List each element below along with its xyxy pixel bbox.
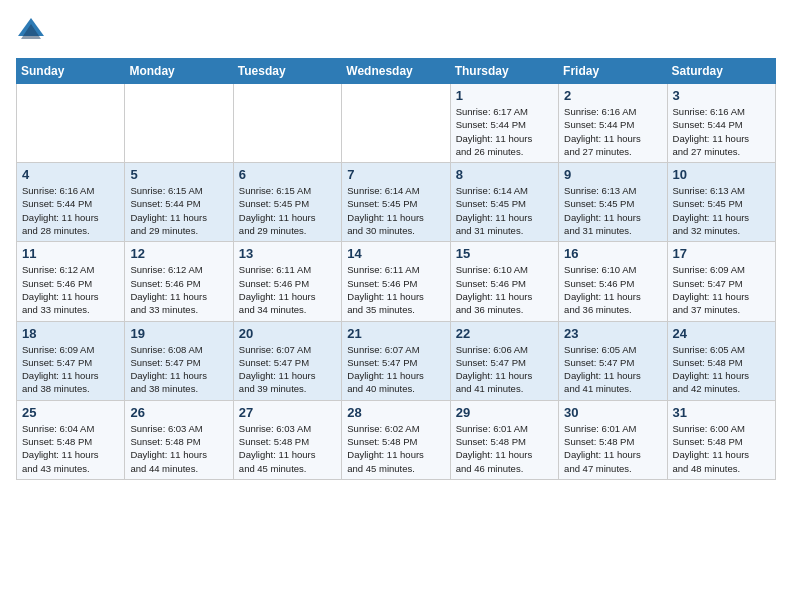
day-info: Sunrise: 6:01 AM Sunset: 5:48 PM Dayligh… xyxy=(456,422,553,475)
day-number: 8 xyxy=(456,167,553,182)
calendar-cell: 8Sunrise: 6:14 AM Sunset: 5:45 PM Daylig… xyxy=(450,163,558,242)
calendar-cell: 16Sunrise: 6:10 AM Sunset: 5:46 PM Dayli… xyxy=(559,242,667,321)
day-info: Sunrise: 6:10 AM Sunset: 5:46 PM Dayligh… xyxy=(456,263,553,316)
calendar-cell xyxy=(342,84,450,163)
calendar-cell: 2Sunrise: 6:16 AM Sunset: 5:44 PM Daylig… xyxy=(559,84,667,163)
day-number: 1 xyxy=(456,88,553,103)
calendar-cell: 4Sunrise: 6:16 AM Sunset: 5:44 PM Daylig… xyxy=(17,163,125,242)
day-info: Sunrise: 6:07 AM Sunset: 5:47 PM Dayligh… xyxy=(239,343,336,396)
day-info: Sunrise: 6:16 AM Sunset: 5:44 PM Dayligh… xyxy=(22,184,119,237)
calendar-cell: 18Sunrise: 6:09 AM Sunset: 5:47 PM Dayli… xyxy=(17,321,125,400)
day-number: 31 xyxy=(673,405,770,420)
day-info: Sunrise: 6:10 AM Sunset: 5:46 PM Dayligh… xyxy=(564,263,661,316)
day-info: Sunrise: 6:08 AM Sunset: 5:47 PM Dayligh… xyxy=(130,343,227,396)
calendar-cell: 7Sunrise: 6:14 AM Sunset: 5:45 PM Daylig… xyxy=(342,163,450,242)
logo-icon xyxy=(16,16,46,46)
calendar-cell: 22Sunrise: 6:06 AM Sunset: 5:47 PM Dayli… xyxy=(450,321,558,400)
day-info: Sunrise: 6:00 AM Sunset: 5:48 PM Dayligh… xyxy=(673,422,770,475)
weekday-header: Tuesday xyxy=(233,59,341,84)
calendar-cell: 31Sunrise: 6:00 AM Sunset: 5:48 PM Dayli… xyxy=(667,400,775,479)
day-info: Sunrise: 6:04 AM Sunset: 5:48 PM Dayligh… xyxy=(22,422,119,475)
day-number: 28 xyxy=(347,405,444,420)
calendar-cell: 13Sunrise: 6:11 AM Sunset: 5:46 PM Dayli… xyxy=(233,242,341,321)
day-number: 9 xyxy=(564,167,661,182)
logo xyxy=(16,16,50,46)
day-number: 10 xyxy=(673,167,770,182)
day-number: 4 xyxy=(22,167,119,182)
day-number: 22 xyxy=(456,326,553,341)
day-info: Sunrise: 6:06 AM Sunset: 5:47 PM Dayligh… xyxy=(456,343,553,396)
day-number: 14 xyxy=(347,246,444,261)
day-info: Sunrise: 6:01 AM Sunset: 5:48 PM Dayligh… xyxy=(564,422,661,475)
day-number: 15 xyxy=(456,246,553,261)
day-info: Sunrise: 6:16 AM Sunset: 5:44 PM Dayligh… xyxy=(564,105,661,158)
calendar-cell: 21Sunrise: 6:07 AM Sunset: 5:47 PM Dayli… xyxy=(342,321,450,400)
day-info: Sunrise: 6:05 AM Sunset: 5:47 PM Dayligh… xyxy=(564,343,661,396)
day-number: 26 xyxy=(130,405,227,420)
day-info: Sunrise: 6:12 AM Sunset: 5:46 PM Dayligh… xyxy=(22,263,119,316)
day-number: 2 xyxy=(564,88,661,103)
day-info: Sunrise: 6:05 AM Sunset: 5:48 PM Dayligh… xyxy=(673,343,770,396)
weekday-header: Wednesday xyxy=(342,59,450,84)
day-info: Sunrise: 6:03 AM Sunset: 5:48 PM Dayligh… xyxy=(239,422,336,475)
calendar-cell: 5Sunrise: 6:15 AM Sunset: 5:44 PM Daylig… xyxy=(125,163,233,242)
day-number: 19 xyxy=(130,326,227,341)
calendar-cell: 19Sunrise: 6:08 AM Sunset: 5:47 PM Dayli… xyxy=(125,321,233,400)
calendar-cell: 15Sunrise: 6:10 AM Sunset: 5:46 PM Dayli… xyxy=(450,242,558,321)
calendar-cell: 14Sunrise: 6:11 AM Sunset: 5:46 PM Dayli… xyxy=(342,242,450,321)
weekday-header: Monday xyxy=(125,59,233,84)
calendar-table: SundayMondayTuesdayWednesdayThursdayFrid… xyxy=(16,58,776,480)
calendar-cell: 3Sunrise: 6:16 AM Sunset: 5:44 PM Daylig… xyxy=(667,84,775,163)
day-number: 17 xyxy=(673,246,770,261)
calendar-cell: 26Sunrise: 6:03 AM Sunset: 5:48 PM Dayli… xyxy=(125,400,233,479)
day-info: Sunrise: 6:15 AM Sunset: 5:45 PM Dayligh… xyxy=(239,184,336,237)
day-info: Sunrise: 6:16 AM Sunset: 5:44 PM Dayligh… xyxy=(673,105,770,158)
calendar-cell: 9Sunrise: 6:13 AM Sunset: 5:45 PM Daylig… xyxy=(559,163,667,242)
weekday-header: Sunday xyxy=(17,59,125,84)
calendar-cell: 28Sunrise: 6:02 AM Sunset: 5:48 PM Dayli… xyxy=(342,400,450,479)
calendar-cell xyxy=(233,84,341,163)
day-info: Sunrise: 6:12 AM Sunset: 5:46 PM Dayligh… xyxy=(130,263,227,316)
day-info: Sunrise: 6:09 AM Sunset: 5:47 PM Dayligh… xyxy=(22,343,119,396)
calendar-cell: 6Sunrise: 6:15 AM Sunset: 5:45 PM Daylig… xyxy=(233,163,341,242)
day-info: Sunrise: 6:17 AM Sunset: 5:44 PM Dayligh… xyxy=(456,105,553,158)
day-info: Sunrise: 6:09 AM Sunset: 5:47 PM Dayligh… xyxy=(673,263,770,316)
calendar-cell: 23Sunrise: 6:05 AM Sunset: 5:47 PM Dayli… xyxy=(559,321,667,400)
calendar-cell: 29Sunrise: 6:01 AM Sunset: 5:48 PM Dayli… xyxy=(450,400,558,479)
calendar-header: SundayMondayTuesdayWednesdayThursdayFrid… xyxy=(17,59,776,84)
day-number: 29 xyxy=(456,405,553,420)
day-number: 5 xyxy=(130,167,227,182)
day-number: 11 xyxy=(22,246,119,261)
day-number: 18 xyxy=(22,326,119,341)
day-info: Sunrise: 6:03 AM Sunset: 5:48 PM Dayligh… xyxy=(130,422,227,475)
day-number: 7 xyxy=(347,167,444,182)
day-number: 21 xyxy=(347,326,444,341)
calendar-cell xyxy=(125,84,233,163)
weekday-header: Thursday xyxy=(450,59,558,84)
day-number: 16 xyxy=(564,246,661,261)
day-info: Sunrise: 6:11 AM Sunset: 5:46 PM Dayligh… xyxy=(347,263,444,316)
calendar-cell: 1Sunrise: 6:17 AM Sunset: 5:44 PM Daylig… xyxy=(450,84,558,163)
calendar-cell: 12Sunrise: 6:12 AM Sunset: 5:46 PM Dayli… xyxy=(125,242,233,321)
day-number: 6 xyxy=(239,167,336,182)
day-number: 12 xyxy=(130,246,227,261)
day-number: 3 xyxy=(673,88,770,103)
calendar-cell: 11Sunrise: 6:12 AM Sunset: 5:46 PM Dayli… xyxy=(17,242,125,321)
weekday-header: Saturday xyxy=(667,59,775,84)
day-info: Sunrise: 6:14 AM Sunset: 5:45 PM Dayligh… xyxy=(456,184,553,237)
day-info: Sunrise: 6:07 AM Sunset: 5:47 PM Dayligh… xyxy=(347,343,444,396)
calendar-cell: 17Sunrise: 6:09 AM Sunset: 5:47 PM Dayli… xyxy=(667,242,775,321)
day-number: 24 xyxy=(673,326,770,341)
calendar-cell: 24Sunrise: 6:05 AM Sunset: 5:48 PM Dayli… xyxy=(667,321,775,400)
day-number: 20 xyxy=(239,326,336,341)
day-info: Sunrise: 6:15 AM Sunset: 5:44 PM Dayligh… xyxy=(130,184,227,237)
calendar-cell xyxy=(17,84,125,163)
day-number: 13 xyxy=(239,246,336,261)
day-number: 23 xyxy=(564,326,661,341)
day-info: Sunrise: 6:13 AM Sunset: 5:45 PM Dayligh… xyxy=(564,184,661,237)
calendar-cell: 27Sunrise: 6:03 AM Sunset: 5:48 PM Dayli… xyxy=(233,400,341,479)
day-number: 30 xyxy=(564,405,661,420)
day-info: Sunrise: 6:13 AM Sunset: 5:45 PM Dayligh… xyxy=(673,184,770,237)
calendar-cell: 30Sunrise: 6:01 AM Sunset: 5:48 PM Dayli… xyxy=(559,400,667,479)
calendar-cell: 25Sunrise: 6:04 AM Sunset: 5:48 PM Dayli… xyxy=(17,400,125,479)
